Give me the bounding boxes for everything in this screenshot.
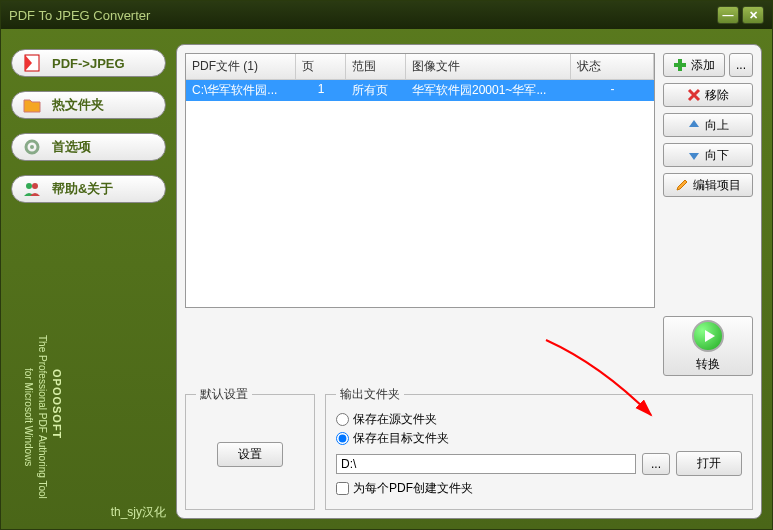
col-pdf-file[interactable]: PDF文件 (1) bbox=[186, 54, 296, 79]
svg-point-3 bbox=[26, 183, 32, 189]
defaults-legend: 默认设置 bbox=[196, 386, 252, 403]
body: PDF->JPEG 热文件夹 首选项 帮助&关于 OPOOS bbox=[1, 29, 772, 529]
col-status[interactable]: 状态 bbox=[571, 54, 654, 79]
cell-file: C:\华军软件园... bbox=[186, 80, 296, 101]
bottom-panels: 默认设置 设置 输出文件夹 保存在源文件夹 保存在目标文件夹 bbox=[185, 386, 753, 510]
settings-button[interactable]: 设置 bbox=[217, 442, 283, 467]
per-pdf-folder-checkbox[interactable]: 为每个PDF创建文件夹 bbox=[336, 480, 742, 497]
main-panel: PDF文件 (1) 页 范围 图像文件 状态 C:\华军软件园... 1 所有页… bbox=[176, 44, 762, 519]
output-legend: 输出文件夹 bbox=[336, 386, 404, 403]
output-path-input[interactable] bbox=[336, 454, 636, 474]
sidebar: PDF->JPEG 热文件夹 首选项 帮助&关于 OPOOS bbox=[1, 29, 176, 529]
remove-icon bbox=[687, 88, 701, 102]
people-icon bbox=[22, 179, 42, 199]
col-pages[interactable]: 页 bbox=[296, 54, 346, 79]
edit-item-button[interactable]: 编辑项目 bbox=[663, 173, 753, 197]
col-image-file[interactable]: 图像文件 bbox=[406, 54, 571, 79]
svg-point-2 bbox=[30, 145, 34, 149]
minimize-button[interactable]: — bbox=[717, 6, 739, 24]
save-source-radio[interactable]: 保存在源文件夹 bbox=[336, 411, 742, 428]
add-browse-button[interactable]: ... bbox=[729, 53, 753, 77]
app-window: PDF To JPEG Converter — ✕ PDF->JPEG 热文件夹 bbox=[0, 0, 773, 530]
tagline: The Professional PDF Authoring Toolfor M… bbox=[21, 335, 49, 499]
output-fieldset: 输出文件夹 保存在源文件夹 保存在目标文件夹 ... 打开 bbox=[325, 386, 753, 510]
toolbar: 添加 ... 移除 向上 向下 bbox=[663, 53, 753, 308]
nav-pdf-to-jpeg[interactable]: PDF->JPEG bbox=[11, 49, 166, 77]
play-icon bbox=[692, 320, 724, 352]
gear-icon bbox=[22, 137, 42, 157]
defaults-fieldset: 默认设置 设置 bbox=[185, 386, 315, 510]
nav-preferences[interactable]: 首选项 bbox=[11, 133, 166, 161]
plus-icon bbox=[673, 58, 687, 72]
table-row[interactable]: C:\华军软件园... 1 所有页 华军软件园20001~华军... - bbox=[186, 80, 654, 101]
nav-label: 热文件夹 bbox=[52, 96, 104, 114]
nav-label: 帮助&关于 bbox=[52, 180, 113, 198]
nav-label: 首选项 bbox=[52, 138, 91, 156]
titlebar: PDF To JPEG Converter — ✕ bbox=[1, 1, 772, 29]
output-browse-button[interactable]: ... bbox=[642, 453, 670, 475]
window-title: PDF To JPEG Converter bbox=[9, 8, 714, 23]
table-header: PDF文件 (1) 页 范围 图像文件 状态 bbox=[186, 54, 654, 80]
nav-help-about[interactable]: 帮助&关于 bbox=[11, 175, 166, 203]
pencil-icon bbox=[675, 178, 689, 192]
brand-logo: OPOOSOFT bbox=[51, 369, 63, 439]
move-up-button[interactable]: 向上 bbox=[663, 113, 753, 137]
convert-label: 转换 bbox=[696, 356, 720, 373]
col-range[interactable]: 范围 bbox=[346, 54, 406, 79]
svg-rect-6 bbox=[674, 63, 686, 67]
file-table[interactable]: PDF文件 (1) 页 范围 图像文件 状态 C:\华军软件园... 1 所有页… bbox=[185, 53, 655, 308]
close-button[interactable]: ✕ bbox=[742, 6, 764, 24]
save-target-radio[interactable]: 保存在目标文件夹 bbox=[336, 430, 742, 447]
nav-hot-folder[interactable]: 热文件夹 bbox=[11, 91, 166, 119]
translator-credit: th_sjy汉化 bbox=[111, 504, 166, 521]
cell-pages: 1 bbox=[296, 80, 346, 101]
cell-status: - bbox=[571, 80, 654, 101]
move-down-button[interactable]: 向下 bbox=[663, 143, 753, 167]
svg-point-4 bbox=[32, 183, 38, 189]
arrow-up-icon bbox=[687, 118, 701, 132]
convert-button[interactable]: 转换 bbox=[663, 316, 753, 376]
folder-icon bbox=[22, 95, 42, 115]
nav-label: PDF->JPEG bbox=[52, 56, 125, 71]
cell-image: 华军软件园20001~华军... bbox=[406, 80, 571, 101]
remove-button[interactable]: 移除 bbox=[663, 83, 753, 107]
output-open-button[interactable]: 打开 bbox=[676, 451, 742, 476]
pdf-icon bbox=[22, 53, 42, 73]
arrow-down-icon bbox=[687, 148, 701, 162]
cell-range: 所有页 bbox=[346, 80, 406, 101]
add-button[interactable]: 添加 bbox=[663, 53, 725, 77]
